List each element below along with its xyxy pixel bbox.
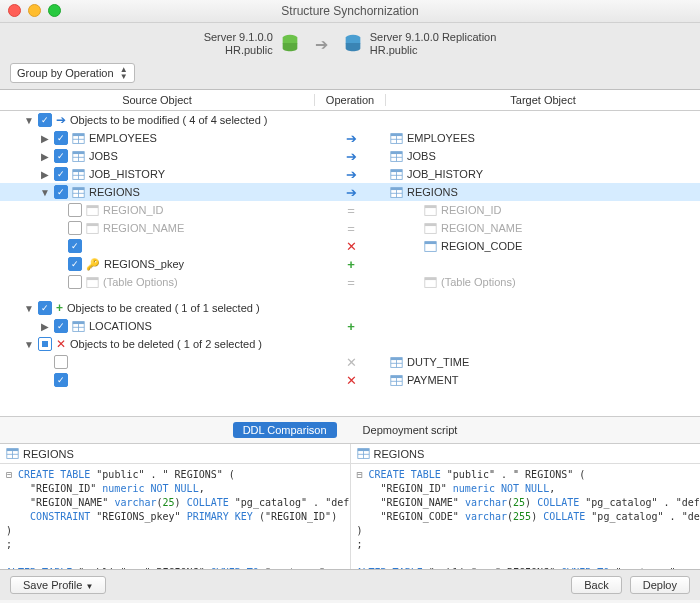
checkbox[interactable]: ✓ <box>68 239 82 253</box>
tab-ddl-comparison[interactable]: DDL Comparison <box>233 422 337 438</box>
row-regions-pkey[interactable]: ✓🔑REGIONS_pkey + <box>0 255 700 273</box>
ddl-left-pane: REGIONS ⊟ CREATE TABLE "public" . " REGI… <box>0 444 351 569</box>
table-icon <box>72 168 85 181</box>
target-label: (Table Options) <box>441 276 516 288</box>
ddl-left-title: REGIONS <box>23 448 74 460</box>
svg-rect-39 <box>87 223 98 225</box>
ddl-left-sql[interactable]: ⊟ CREATE TABLE "public" . " REGIONS" ( "… <box>0 464 350 569</box>
target-label: JOBS <box>407 150 436 162</box>
target-label: REGIONS <box>407 186 458 198</box>
target-label: REGION_ID <box>441 204 502 216</box>
disclosure-icon[interactable]: ▼ <box>24 115 34 126</box>
disclosure-icon[interactable]: ▼ <box>24 339 34 350</box>
target-label: JOB_HISTORY <box>407 168 483 180</box>
column-icon <box>424 222 437 235</box>
disclosure-icon[interactable]: ▶ <box>40 321 50 332</box>
svg-rect-15 <box>391 151 402 153</box>
checkbox[interactable] <box>68 275 82 289</box>
checkbox[interactable]: ✓ <box>68 257 82 271</box>
tab-deployment-script[interactable]: Depmoyment script <box>353 422 468 438</box>
svg-rect-47 <box>425 277 436 279</box>
target-label: PAYMENT <box>407 374 459 386</box>
column-icon <box>86 204 99 217</box>
checkbox[interactable]: ✓ <box>54 185 68 199</box>
checkbox[interactable]: ✓ <box>54 373 68 387</box>
chevron-updown-icon: ▲▼ <box>120 66 128 80</box>
table-icon <box>390 374 403 387</box>
source-label: EMPLOYEES <box>89 132 157 144</box>
source-label: REGIONS <box>89 186 140 198</box>
target-label: REGION_NAME <box>441 222 522 234</box>
deploy-button[interactable]: Deploy <box>630 576 690 594</box>
chevron-down-icon: ▼ <box>85 582 93 591</box>
target-server-schema: HR.public <box>370 44 497 57</box>
checkbox[interactable]: ✓ <box>54 167 68 181</box>
group-label: Objects to be deleted ( 1 of 2 selected … <box>70 338 262 350</box>
back-button[interactable]: Back <box>571 576 621 594</box>
disclosure-icon[interactable]: ▶ <box>40 169 50 180</box>
svg-rect-23 <box>391 169 402 171</box>
row-table-options[interactable]: (Table Options) = (Table Options) <box>0 273 700 291</box>
table-icon <box>357 447 370 460</box>
col-source: Source Object <box>0 94 315 106</box>
row-employees[interactable]: ▶✓EMPLOYEES ➔ EMPLOYEES <box>0 129 700 147</box>
zoom-icon[interactable] <box>48 4 61 17</box>
disclosure-icon[interactable]: ▼ <box>40 187 50 198</box>
row-payment[interactable]: ✓ ✕ PAYMENT <box>0 371 700 389</box>
row-jobs[interactable]: ▶✓JOBS ➔ JOBS <box>0 147 700 165</box>
column-icon <box>424 240 437 253</box>
target-label: DUTY_TIME <box>407 356 469 368</box>
disclosure-icon[interactable]: ▶ <box>40 133 50 144</box>
ddl-right-sql[interactable]: ⊟ CREATE TABLE "public" . " REGIONS" ( "… <box>351 464 701 569</box>
disclosure-icon[interactable]: ▶ <box>40 151 50 162</box>
group-by-dropdown[interactable]: Group by Operation ▲▼ <box>10 63 135 83</box>
row-region-id[interactable]: REGION_ID = REGION_ID <box>0 201 700 219</box>
checkbox[interactable] <box>68 203 82 217</box>
checkbox[interactable]: ✓ <box>54 149 68 163</box>
svg-rect-49 <box>73 321 84 323</box>
disclosure-icon[interactable]: ▼ <box>24 303 34 314</box>
checkbox[interactable] <box>54 355 68 369</box>
table-icon <box>72 150 85 163</box>
op-modify-icon: ➔ <box>316 185 386 200</box>
header: Server 9.1.0.0 HR.public ➔ Server 9.1.0.… <box>0 23 700 90</box>
row-region-name[interactable]: REGION_NAME = REGION_NAME <box>0 219 700 237</box>
col-target: Target Object <box>386 94 700 106</box>
table-icon <box>390 150 403 163</box>
row-job-history[interactable]: ▶✓JOB_HISTORY ➔ JOB_HISTORY <box>0 165 700 183</box>
group-delete[interactable]: ▼✕Objects to be deleted ( 1 of 2 selecte… <box>0 335 700 353</box>
source-server-name: Server 9.1.0.0 <box>204 31 273 44</box>
checkbox[interactable]: ✓ <box>38 113 52 127</box>
save-profile-button[interactable]: Save Profile ▼ <box>10 576 106 594</box>
minimize-icon[interactable] <box>28 4 41 17</box>
x-icon: ✕ <box>56 337 66 351</box>
col-operation: Operation <box>315 94 386 106</box>
row-locations[interactable]: ▶✓LOCATIONS + <box>0 317 700 335</box>
op-skip-icon: ✕ <box>316 355 386 370</box>
object-tree[interactable]: ▼✓➔Objects to be modified ( 4 of 4 selec… <box>0 111 700 416</box>
source-label: REGIONS_pkey <box>104 258 184 270</box>
checkbox[interactable] <box>68 221 82 235</box>
close-icon[interactable] <box>8 4 21 17</box>
plus-icon: + <box>56 301 63 315</box>
column-headers: Source Object Operation Target Object <box>0 90 700 111</box>
svg-rect-19 <box>73 169 84 171</box>
group-modify[interactable]: ▼✓➔Objects to be modified ( 4 of 4 selec… <box>0 111 700 129</box>
checkbox[interactable]: ✓ <box>54 131 68 145</box>
group-create[interactable]: ▼✓+Objects to be created ( 1 of 1 select… <box>0 299 700 317</box>
dropdown-label: Group by Operation <box>17 67 114 79</box>
op-delete-icon: ✕ <box>316 373 386 388</box>
row-regions[interactable]: ▼✓REGIONS ➔ REGIONS <box>0 183 700 201</box>
checkbox[interactable] <box>38 337 52 351</box>
checkbox[interactable]: ✓ <box>54 319 68 333</box>
checkbox[interactable]: ✓ <box>38 301 52 315</box>
svg-rect-53 <box>391 357 402 359</box>
source-label: LOCATIONS <box>89 320 152 332</box>
target-server-name: Server 9.1.0.0 Replication <box>370 31 497 44</box>
row-duty-time[interactable]: ✕ DUTY_TIME <box>0 353 700 371</box>
source-label: JOBS <box>89 150 118 162</box>
arrow-right-icon: ➔ <box>56 113 66 127</box>
source-label: JOB_HISTORY <box>89 168 165 180</box>
target-label: REGION_CODE <box>441 240 522 252</box>
row-region-code[interactable]: ✓ ✕ REGION_CODE <box>0 237 700 255</box>
